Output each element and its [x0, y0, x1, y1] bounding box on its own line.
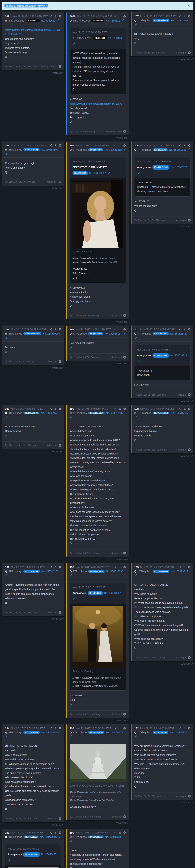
share-icon[interactable]: [50, 407, 52, 410]
whats-this-link[interactable]: What's this?: [66, 363, 129, 365]
download-icon[interactable]: [183, 144, 186, 147]
share-icon[interactable]: [114, 328, 117, 331]
external-link[interactable]: https://twitter.com/MarshaBlackburn/stat…: [5, 28, 61, 36]
source-board-link[interactable]: 8kun qresearch: [41, 65, 57, 68]
reply-reference-link[interactable]: >>150559381: [72, 267, 88, 270]
link-icon[interactable]: [57, 19, 60, 22]
reply-reference-link[interactable]: >>150522875: [137, 369, 152, 372]
download-icon[interactable]: [183, 407, 186, 410]
post-number-link[interactable]: No. 150559502: [89, 171, 106, 176]
source-board-link[interactable]: 8kun qresearch: [105, 130, 122, 133]
goto-post-icon[interactable]: [59, 566, 61, 568]
hyangsan-hotel-photo[interactable]: [70, 744, 126, 782]
whats-this-link[interactable]: What's this?: [66, 321, 129, 323]
download-icon[interactable]: [183, 566, 186, 568]
banner-close-icon[interactable]: ✕: [187, 4, 191, 7]
exclude-post-icon[interactable]: ✕: [188, 795, 191, 798]
share-icon[interactable]: [114, 144, 117, 147]
whats-this-link[interactable]: What's this?: [131, 225, 193, 228]
link-icon[interactable]: [107, 172, 110, 174]
link-icon[interactable]: [135, 416, 137, 418]
exclude-post-icon[interactable]: ✕: [59, 817, 61, 820]
goto-post-icon[interactable]: [59, 144, 61, 147]
source-board-link[interactable]: 4chan pol: [176, 219, 186, 221]
goto-post-icon[interactable]: [188, 727, 191, 730]
link-icon[interactable]: [59, 836, 61, 838]
post-number-link[interactable]: No. 150510227: [104, 591, 121, 595]
share-icon[interactable]: [179, 727, 182, 730]
share-icon[interactable]: [179, 15, 182, 18]
download-icon[interactable]: [119, 566, 121, 568]
goto-post-icon[interactable]: [59, 727, 61, 730]
post-number-link[interactable]: No. 150513440: [41, 731, 59, 734]
source-board-link[interactable]: 4chan pol: [111, 552, 122, 555]
link-icon[interactable]: [5, 336, 8, 339]
exclude-post-icon[interactable]: ✕: [123, 356, 126, 359]
goto-post-icon[interactable]: [188, 328, 191, 331]
post-number-link[interactable]: No. 150559381: [169, 148, 186, 151]
link-icon[interactable]: [124, 148, 126, 151]
source-board-link[interactable]: 4chan pol: [176, 51, 186, 54]
share-icon[interactable]: [114, 727, 117, 730]
download-icon[interactable]: [54, 727, 57, 730]
reply-reference-link[interactable]: >>150559502: [70, 286, 85, 289]
share-icon[interactable]: [179, 407, 182, 410]
source-board-link[interactable]: 4chan pol: [176, 656, 186, 659]
download-icon[interactable]: [54, 566, 57, 568]
exclude-post-icon[interactable]: ✕: [188, 656, 191, 659]
whats-this-link[interactable]: What's this?: [2, 618, 64, 620]
download-icon[interactable]: [119, 727, 121, 730]
link-icon[interactable]: [70, 735, 72, 738]
share-icon[interactable]: [179, 328, 182, 331]
share-icon[interactable]: [50, 144, 52, 147]
whats-this-link[interactable]: What's this?: [131, 455, 193, 458]
exclude-post-icon[interactable]: ✕: [123, 130, 126, 133]
download-icon[interactable]: [183, 727, 186, 730]
goto-post-icon[interactable]: [59, 15, 61, 18]
whats-this-link[interactable]: What's this?: [66, 136, 129, 139]
share-icon[interactable]: [50, 566, 52, 568]
post-number-link[interactable]: No. 150513895: [106, 570, 123, 573]
source-board-link[interactable]: 4chan pol: [111, 713, 122, 716]
goto-post-icon[interactable]: [59, 328, 61, 331]
post-number-link[interactable]: No. 150515835: [171, 412, 188, 414]
share-icon[interactable]: [50, 15, 52, 18]
goto-post-icon[interactable]: [188, 144, 191, 147]
post-number-link[interactable]: No. 150523213: [170, 353, 187, 358]
link-icon[interactable]: [5, 152, 8, 155]
share-icon[interactable]: [114, 566, 117, 568]
post-number-link[interactable]: No. 7359511: [106, 19, 120, 22]
link-icon[interactable]: [8, 859, 10, 861]
whats-this-link[interactable]: What's this?: [131, 400, 193, 402]
exclude-post-icon[interactable]: ✕: [59, 65, 61, 68]
goto-post-icon[interactable]: [188, 566, 191, 568]
download-icon[interactable]: [119, 328, 121, 331]
exclude-post-icon[interactable]: ✕: [59, 181, 61, 183]
source-board-link[interactable]: 4chan pol: [47, 611, 57, 614]
goto-post-icon[interactable]: [123, 727, 126, 730]
share-icon[interactable]: [50, 831, 52, 834]
whats-this-link[interactable]: What's this?: [66, 822, 129, 824]
share-icon[interactable]: [179, 144, 182, 147]
post-number-link[interactable]: No. 150517837: [106, 412, 123, 414]
goto-post-icon[interactable]: [188, 15, 191, 18]
download-icon[interactable]: [119, 15, 121, 18]
post-number-link[interactable]: No. 150434251: [41, 852, 58, 857]
download-icon[interactable]: [119, 831, 121, 834]
post-number-link[interactable]: No. 150515203: [41, 570, 59, 573]
ivanka-trump-photo[interactable]: [72, 180, 123, 248]
reply-reference-link[interactable]: >>7359370/pf/ was taken down [cleared of…: [72, 52, 120, 64]
exclude-post-icon[interactable]: ✕: [123, 314, 126, 317]
goto-post-icon[interactable]: [59, 407, 61, 410]
source-board-link[interactable]: 4chan pol: [176, 795, 186, 798]
download-icon[interactable]: [54, 15, 57, 18]
goto-post-icon[interactable]: [123, 144, 126, 147]
post-number-link[interactable]: No. 150561736: [170, 19, 188, 22]
post-number-link[interactable]: No. 7359408: [108, 36, 122, 40]
link-icon[interactable]: [135, 735, 137, 738]
share-icon[interactable]: [50, 328, 52, 331]
whats-this-link[interactable]: What's this?: [2, 451, 64, 453]
whats-this-link[interactable]: What's this?: [66, 719, 129, 722]
source-board-link[interactable]: 4chan pol: [111, 314, 122, 317]
link-icon[interactable]: [73, 597, 75, 600]
